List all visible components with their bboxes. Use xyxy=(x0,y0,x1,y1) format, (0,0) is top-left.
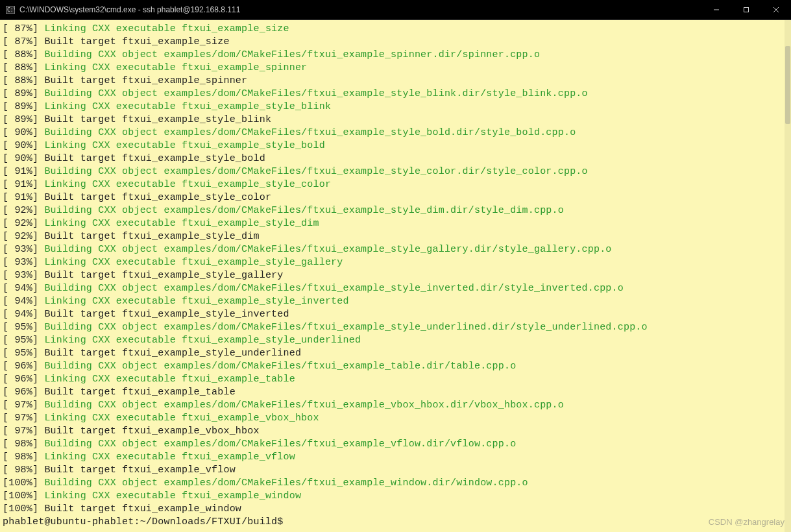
progress-percent: 90% xyxy=(8,153,32,164)
build-status: Built target ftxui_example_vflow xyxy=(44,465,235,476)
terminal-content[interactable]: [ 87%] Linking CXX executable ftxui_exam… xyxy=(0,20,785,532)
build-step: Linking CXX executable ftxui_example_sty… xyxy=(44,257,343,268)
bracket-close: ] xyxy=(32,62,44,73)
bracket-open: [ xyxy=(3,127,8,138)
terminal-line: [ 93%] Building CXX object examples/dom/… xyxy=(3,243,785,256)
bracket-open: [ xyxy=(3,231,8,242)
bracket-open: [ xyxy=(3,140,8,151)
build-status: Built target ftxui_example_table xyxy=(44,387,235,398)
bracket-close: ] xyxy=(32,101,44,112)
terminal-line: [ 95%] Linking CXX executable ftxui_exam… xyxy=(3,334,785,347)
build-step: Linking CXX executable ftxui_example_sty… xyxy=(44,140,324,151)
terminal-viewport[interactable]: [ 87%] Linking CXX executable ftxui_exam… xyxy=(0,19,791,532)
build-step: Building CXX object examples/dom/CMakeFi… xyxy=(44,88,587,99)
build-status: Built target ftxui_example_vbox_hbox xyxy=(44,426,259,437)
progress-percent: 93% xyxy=(8,244,32,255)
terminal-line: [ 93%] Linking CXX executable ftxui_exam… xyxy=(3,256,785,269)
build-status: Built target ftxui_example_window xyxy=(44,503,241,514)
progress-percent: 87% xyxy=(8,23,32,34)
bracket-close: ] xyxy=(32,153,44,164)
progress-percent: 93% xyxy=(8,257,32,268)
terminal-line: [ 91%] Linking CXX executable ftxui_exam… xyxy=(3,178,785,191)
shell-prompt[interactable]: phablet@ubuntu-phablet:~/Downloads/FTXUI… xyxy=(3,516,785,529)
bracket-close: ] xyxy=(32,114,44,125)
progress-percent: 93% xyxy=(8,270,32,281)
progress-percent: 95% xyxy=(8,348,32,359)
bracket-close: ] xyxy=(32,205,44,216)
bracket-close: ] xyxy=(32,335,44,346)
terminal-line: [ 95%] Building CXX object examples/dom/… xyxy=(3,321,785,334)
scrollbar-track[interactable] xyxy=(785,20,791,532)
bracket-close: ] xyxy=(32,257,44,268)
build-step: Building CXX object examples/dom/CMakeFi… xyxy=(44,322,647,333)
progress-percent: 90% xyxy=(8,127,32,138)
terminal-line: [100%] Built target ftxui_example_window xyxy=(3,503,785,516)
terminal-line: [ 92%] Building CXX object examples/dom/… xyxy=(3,204,785,217)
bracket-open: [ xyxy=(3,478,8,489)
build-step: Building CXX object examples/dom/CMakeFi… xyxy=(44,127,576,138)
bracket-close: ] xyxy=(32,23,44,34)
bracket-close: ] xyxy=(32,374,44,385)
build-step: Linking CXX executable ftxui_example_sty… xyxy=(44,296,348,307)
terminal-line: [ 88%] Linking CXX executable ftxui_exam… xyxy=(3,62,785,75)
bracket-close: ] xyxy=(32,179,44,190)
terminal-line: [ 90%] Built target ftxui_example_style_… xyxy=(3,152,785,165)
close-button[interactable] xyxy=(761,0,791,19)
build-step: Building CXX object examples/dom/CMakeFi… xyxy=(44,166,587,177)
bracket-close: ] xyxy=(32,296,44,307)
progress-percent: 98% xyxy=(8,465,32,476)
build-status: Built target ftxui_example_style_inverte… xyxy=(44,309,289,320)
bracket-close: ] xyxy=(32,361,44,372)
build-status: Built target ftxui_example_style_blink xyxy=(44,114,271,125)
progress-percent: 94% xyxy=(8,309,32,320)
build-status: Built target ftxui_example_style_dim xyxy=(44,231,259,242)
terminal-line: [ 87%] Built target ftxui_example_size xyxy=(3,36,785,49)
terminal-line: [ 91%] Built target ftxui_example_style_… xyxy=(3,191,785,204)
bracket-open: [ xyxy=(3,465,8,476)
bracket-close: ] xyxy=(32,192,44,203)
bracket-open: [ xyxy=(3,257,8,268)
terminal-line: [ 88%] Built target ftxui_example_spinne… xyxy=(3,75,785,88)
bracket-open: [ xyxy=(3,490,8,502)
progress-percent: 94% xyxy=(8,283,32,294)
titlebar[interactable]: C:\ C:\WINDOWS\system32\cmd.exe - ssh ph… xyxy=(0,0,791,19)
bracket-close: ] xyxy=(32,413,44,424)
progress-percent: 94% xyxy=(8,296,32,307)
bracket-open: [ xyxy=(3,296,8,307)
build-step: Building CXX object examples/dom/CMakeFi… xyxy=(44,400,564,411)
progress-percent: 98% xyxy=(8,452,32,463)
terminal-line: [ 87%] Linking CXX executable ftxui_exam… xyxy=(3,23,785,36)
progress-percent: 96% xyxy=(8,387,32,398)
bracket-close: ] xyxy=(32,348,44,359)
bracket-close: ] xyxy=(32,166,44,177)
bracket-open: [ xyxy=(3,283,8,294)
terminal-line: [ 92%] Linking CXX executable ftxui_exam… xyxy=(3,217,785,230)
progress-percent: 88% xyxy=(8,49,32,60)
terminal-line: [ 94%] Linking CXX executable ftxui_exam… xyxy=(3,295,785,308)
progress-percent: 89% xyxy=(8,114,32,125)
terminal-line: [ 89%] Linking CXX executable ftxui_exam… xyxy=(3,101,785,114)
progress-percent: 90% xyxy=(8,140,32,151)
bracket-open: [ xyxy=(3,75,8,86)
build-step: Linking CXX executable ftxui_example_sty… xyxy=(44,179,331,190)
bracket-open: [ xyxy=(3,322,8,333)
progress-percent: 88% xyxy=(8,75,32,86)
progress-percent: 97% xyxy=(8,426,32,437)
build-step: Building CXX object examples/dom/CMakeFi… xyxy=(44,478,528,489)
bracket-close: ] xyxy=(32,140,44,151)
scrollbar-thumb[interactable] xyxy=(785,46,790,124)
terminal-line: [ 98%] Linking CXX executable ftxui_exam… xyxy=(3,451,785,464)
build-step: Building CXX object examples/dom/CMakeFi… xyxy=(44,361,516,372)
bracket-open: [ xyxy=(3,439,8,450)
bracket-open: [ xyxy=(3,426,8,437)
terminal-line: [ 88%] Building CXX object examples/dom/… xyxy=(3,49,785,62)
terminal-line: [ 97%] Linking CXX executable ftxui_exam… xyxy=(3,412,785,425)
build-step: Linking CXX executable ftxui_example_vfl… xyxy=(44,452,295,463)
minimize-button[interactable] xyxy=(701,0,731,19)
terminal-line: [ 98%] Built target ftxui_example_vflow xyxy=(3,464,785,477)
bracket-close: ] xyxy=(32,218,44,229)
terminal-line: [ 94%] Building CXX object examples/dom/… xyxy=(3,282,785,295)
svg-text:C:\: C:\ xyxy=(7,7,15,13)
bracket-open: [ xyxy=(3,101,8,112)
maximize-button[interactable] xyxy=(731,0,761,19)
